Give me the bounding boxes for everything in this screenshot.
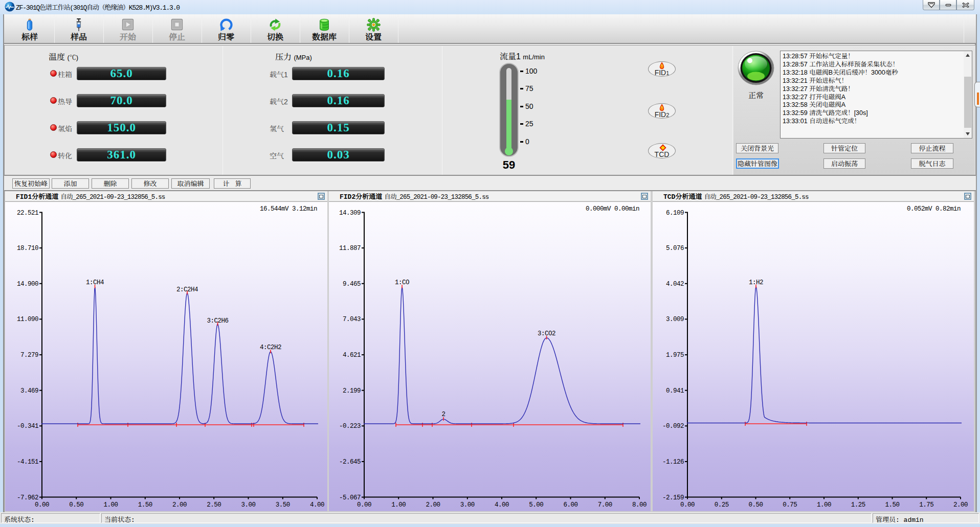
svg-text:8.00: 8.00 <box>632 501 647 509</box>
svg-text:2:C2H4: 2:C2H4 <box>176 286 198 293</box>
svg-text:2.00: 2.00 <box>172 501 187 509</box>
svg-text:1.75: 1.75 <box>919 501 933 509</box>
svg-text:-0.223: -0.223 <box>339 423 361 430</box>
svg-text:4.00: 4.00 <box>310 501 324 509</box>
svg-text:-0.341: -0.341 <box>17 423 38 430</box>
svg-text:-2.645: -2.645 <box>339 459 361 466</box>
svg-text:7.279: 7.279 <box>20 352 38 359</box>
svg-text:0.75: 0.75 <box>783 501 797 509</box>
svg-text:14.309: 14.309 <box>339 210 361 217</box>
svg-text:1.00: 1.00 <box>817 501 831 509</box>
svg-text:-5.067: -5.067 <box>339 494 361 501</box>
svg-text:6.109: 6.109 <box>666 210 684 217</box>
svg-text:1:H2: 1:H2 <box>749 279 763 286</box>
svg-text:18.710: 18.710 <box>17 245 38 252</box>
svg-text:0.25: 0.25 <box>715 501 729 509</box>
svg-text:5.00: 5.00 <box>529 501 543 509</box>
svg-text:5.076: 5.076 <box>666 245 684 252</box>
svg-text:0.941: 0.941 <box>666 387 684 395</box>
svg-text:0.00: 0.00 <box>680 501 695 509</box>
svg-text:-4.151: -4.151 <box>17 459 38 466</box>
svg-text:11.887: 11.887 <box>339 245 361 252</box>
svg-text:1.25: 1.25 <box>851 501 865 509</box>
svg-text:3.009: 3.009 <box>666 316 684 323</box>
svg-text:1.50: 1.50 <box>138 501 152 509</box>
svg-text:0.50: 0.50 <box>69 501 83 509</box>
svg-text:1:CH4: 1:CH4 <box>86 279 104 286</box>
svg-text:2.00: 2.00 <box>953 501 968 509</box>
svg-text:-7.962: -7.962 <box>17 494 38 501</box>
svg-text:3.00: 3.00 <box>241 501 255 509</box>
svg-text:1.975: 1.975 <box>666 352 684 359</box>
svg-text:3.00: 3.00 <box>460 501 475 509</box>
svg-text:0.000mV 0.00min: 0.000mV 0.00min <box>586 205 639 213</box>
svg-text:-0.092: -0.092 <box>662 423 684 430</box>
svg-text:1.50: 1.50 <box>885 501 899 509</box>
svg-text:2: 2 <box>441 411 445 418</box>
svg-text:4.042: 4.042 <box>666 281 684 288</box>
svg-text:3:CO2: 3:CO2 <box>538 330 555 337</box>
svg-text:1.00: 1.00 <box>103 501 118 509</box>
svg-text:9.465: 9.465 <box>343 281 361 288</box>
svg-text:-2.159: -2.159 <box>662 494 684 501</box>
svg-text:16.544mV 3.12min: 16.544mV 3.12min <box>260 205 317 213</box>
svg-text:1.00: 1.00 <box>391 501 406 509</box>
svg-text:7.043: 7.043 <box>343 316 361 323</box>
svg-text:2.50: 2.50 <box>207 501 221 509</box>
svg-text:7.00: 7.00 <box>598 501 612 509</box>
svg-text:6.00: 6.00 <box>563 501 577 509</box>
svg-text:0.052mV 0.82min: 0.052mV 0.82min <box>907 205 961 213</box>
svg-text:2.00: 2.00 <box>426 501 440 509</box>
svg-text:1:CO: 1:CO <box>395 279 409 286</box>
svg-text:4.621: 4.621 <box>343 352 361 359</box>
svg-text:2.199: 2.199 <box>343 387 361 395</box>
svg-text:3.50: 3.50 <box>276 501 290 509</box>
svg-text:4:C2H2: 4:C2H2 <box>260 344 281 351</box>
svg-text:0.50: 0.50 <box>748 501 763 509</box>
svg-text:4.00: 4.00 <box>495 501 509 509</box>
svg-text:11.090: 11.090 <box>17 316 38 323</box>
svg-text:-1.126: -1.126 <box>662 459 684 466</box>
svg-text:3.469: 3.469 <box>20 387 38 395</box>
svg-text:14.900: 14.900 <box>17 281 38 288</box>
svg-text:0.00: 0.00 <box>35 501 49 509</box>
svg-text:22.521: 22.521 <box>17 210 38 217</box>
svg-text:0.00: 0.00 <box>357 501 371 509</box>
svg-text:3:C2H6: 3:C2H6 <box>207 317 228 325</box>
